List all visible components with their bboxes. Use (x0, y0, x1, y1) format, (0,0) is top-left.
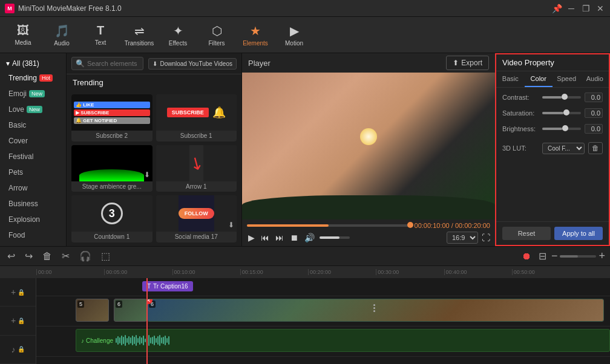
audio-track: ♪ Challenge (36, 327, 610, 357)
zoom-slider[interactable] (560, 255, 596, 258)
sidebar-item-explosion[interactable]: Explosion (2, 212, 64, 227)
tab-basic[interactable]: Basic (496, 71, 525, 87)
element-subscribe2[interactable]: 👍 LIKE ▶ SUBSCRIBE 🔔 GET NOTIFIED Subscr… (71, 94, 152, 141)
element-stage[interactable]: ⬇ Stage ambience gre... (71, 145, 152, 192)
progress-thumb[interactable] (407, 222, 413, 228)
crop-button[interactable]: ⬚ (99, 249, 113, 263)
play-button[interactable]: ▶ (247, 232, 256, 244)
music-note-icon: ♪ (11, 345, 16, 354)
track-labels: + 🔒 + 🔒 ♪ 🔒 (0, 278, 36, 364)
clip-badge-6-small: 6 (116, 301, 122, 308)
reset-button[interactable]: Reset (502, 227, 551, 240)
elements-tool[interactable]: ★ Elements (237, 19, 274, 51)
sidebar-item-arrow[interactable]: Arrow (2, 181, 64, 195)
brightness-slider[interactable] (542, 128, 581, 130)
lut-select[interactable]: Cool F... Warm Vivid Matte (542, 143, 585, 154)
element-countdown[interactable]: 3 Countdown 1 (71, 195, 152, 242)
add-track-icon[interactable]: + (11, 287, 16, 297)
caption-clip[interactable]: T Tr Caption16 (142, 281, 193, 291)
audio-clip[interactable]: ♪ Challenge (76, 329, 610, 352)
media-tool[interactable]: 🖼 Media (5, 19, 41, 51)
lut-delete-button[interactable]: 🗑 (588, 142, 603, 154)
tab-audio[interactable]: Audio (581, 71, 609, 87)
zoom-in-button[interactable]: + (599, 250, 605, 262)
business-label: Business (8, 200, 38, 208)
record-button[interactable]: ⏺ (519, 250, 534, 263)
all-label[interactable]: ▾ All (381) (0, 57, 66, 70)
transitions-tool[interactable]: ⇌ Transitions (121, 19, 157, 51)
prev-frame-button[interactable]: ⏮ (260, 232, 271, 244)
volume-button[interactable]: 🔊 (303, 232, 316, 244)
apply-all-button[interactable]: Apply to all (554, 227, 603, 240)
sidebar-item-cover[interactable]: Cover (2, 134, 64, 148)
contrast-slider[interactable] (542, 96, 581, 99)
brightness-value[interactable]: 0.0 (585, 124, 603, 134)
search-input[interactable] (87, 60, 139, 67)
fullscreen-button[interactable]: ⛶ (482, 233, 490, 242)
contrast-value[interactable]: 0.0 (585, 93, 603, 102)
add-video-icon[interactable]: + (11, 316, 16, 325)
audio-icon: 🎵 (54, 24, 70, 38)
motion-tool[interactable]: ▶ Motion (276, 19, 312, 51)
split-button[interactable]: ⊟ (536, 249, 549, 263)
video-clip-1[interactable]: 5 (76, 299, 109, 322)
all-count: All (381) (12, 59, 39, 68)
saturation-thumb[interactable] (563, 109, 569, 115)
zoom-out-button[interactable]: − (551, 250, 558, 262)
subscribe1-label: Subscribe 1 (156, 131, 237, 141)
track-label-video: + 🔒 (0, 307, 36, 335)
lock-caption-icon[interactable]: 🔒 (18, 289, 25, 296)
drag-handle[interactable] (373, 304, 378, 316)
follow-button[interactable]: FOLLOW (179, 208, 214, 219)
lock-video-icon[interactable]: 🔒 (18, 317, 25, 324)
stop-button[interactable]: ⏹ (289, 232, 300, 244)
pin-button[interactable]: 📌 (552, 4, 562, 13)
download-overlay-icon: ⬇ (144, 171, 150, 179)
brightness-thumb[interactable] (562, 125, 568, 131)
ruler-mark-1: 00:05:00 (104, 269, 172, 275)
download-social-icon: ⬇ (228, 221, 234, 229)
progress-bar[interactable] (247, 224, 411, 227)
video-clip-main[interactable]: ✕ 6 (147, 299, 604, 322)
saturation-slider[interactable] (542, 112, 581, 114)
cut-button[interactable]: ✂ (59, 249, 72, 263)
delete-button[interactable]: 🗑 (40, 250, 54, 263)
aspect-ratio-select[interactable]: 16:9 9:16 1:1 4:3 (447, 232, 478, 244)
element-social17[interactable]: FOLLOW ⬇ Social media 17 (156, 195, 237, 242)
tab-color[interactable]: Color (525, 71, 553, 87)
sidebar-item-business[interactable]: Business (2, 197, 64, 211)
sidebar-item-emoji[interactable]: Emoji New (2, 86, 64, 101)
video-clip-2[interactable]: 6 (114, 299, 147, 322)
volume-bar[interactable] (320, 236, 350, 239)
undo-button[interactable]: ↩ (5, 249, 18, 263)
sidebar-item-food[interactable]: Food (2, 228, 64, 242)
search-box[interactable]: 🔍 (71, 57, 143, 70)
element-arrow1[interactable]: ↘ Arrow 1 (156, 145, 237, 192)
export-button[interactable]: ⬆ Export (446, 56, 489, 70)
sidebar-item-trending[interactable]: Trending Hot (2, 71, 64, 85)
lock-audio-icon[interactable]: 🔒 (18, 346, 25, 353)
element-subscribe1[interactable]: SUBSCRIBE 🔔 Subscribe 1 (156, 94, 237, 141)
close-button[interactable]: ✕ (595, 4, 605, 13)
saturation-value[interactable]: 0.0 (585, 108, 603, 118)
sun-graphic (360, 128, 377, 145)
effects-tool[interactable]: ✦ Effects (160, 19, 196, 51)
restore-button[interactable]: ❐ (581, 4, 591, 13)
brightness-row: Brightness: 0.0 (502, 124, 603, 134)
love-label: Love (8, 105, 24, 114)
filters-tool[interactable]: ⬡ Filters (198, 19, 235, 51)
audio-tool[interactable]: 🎵 Audio (44, 19, 80, 51)
redo-button[interactable]: ↪ (22, 249, 35, 263)
tab-speed[interactable]: Speed (553, 71, 581, 87)
youtube-download-button[interactable]: ⬇ Download YouTube Videos (148, 58, 237, 70)
sidebar-item-basic[interactable]: Basic (2, 118, 64, 132)
next-frame-button[interactable]: ⏭ (274, 232, 285, 244)
audio-detach-button[interactable]: 🎧 (77, 249, 94, 263)
sidebar-item-love[interactable]: Love New (2, 102, 64, 117)
minimize-button[interactable]: ─ (566, 4, 576, 13)
sidebar-item-festival[interactable]: Festival (2, 149, 64, 164)
text-tool[interactable]: T Text (82, 19, 119, 51)
sidebar-item-pets[interactable]: Pets (2, 165, 64, 180)
contrast-thumb[interactable] (562, 94, 568, 100)
playhead[interactable] (146, 278, 148, 364)
